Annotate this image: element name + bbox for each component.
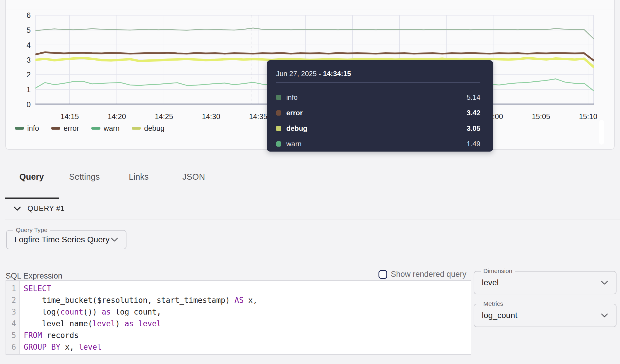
chart-tooltip: Jun 27, 2025 - 14:34:15 info5.14error3.4… xyxy=(267,60,493,152)
tooltip-series-label: error xyxy=(286,109,467,117)
tooltip-swatch xyxy=(276,95,281,100)
x-tick-label: 14:25 xyxy=(146,112,181,121)
show-rendered-query-label: Show rendered query xyxy=(391,270,466,279)
query-type-select[interactable]: Query Type Logfire Time Series Query xyxy=(6,230,126,249)
tooltip-series-value: 3.05 xyxy=(467,124,480,133)
scrollbar-thumb[interactable] xyxy=(599,120,604,145)
legend-label: info xyxy=(27,124,39,133)
chart-legend: infoerrorwarndebug xyxy=(15,124,177,132)
tooltip-series-label: warn xyxy=(286,140,467,148)
line-number: 5 xyxy=(6,329,16,341)
x-tick-label: 15:10 xyxy=(571,112,606,121)
legend-swatch xyxy=(51,127,60,130)
tooltip-date: Jun 27, 2025 xyxy=(276,70,317,78)
chevron-down-icon xyxy=(111,237,118,242)
code-line: SELECT xyxy=(24,283,257,294)
show-rendered-query-checkbox[interactable] xyxy=(378,270,387,279)
metric-panel-page: 6543210 14:1514:2014:2514:3014:3514:4014… xyxy=(0,0,620,364)
legend-item-debug[interactable]: debug xyxy=(132,124,165,133)
tab-settings[interactable]: Settings xyxy=(69,172,100,182)
tabs-divider xyxy=(5,199,620,199)
tooltip-series-value: 1.49 xyxy=(467,140,480,148)
tooltip-row-info: info5.14 xyxy=(276,90,480,105)
legend-label: error xyxy=(64,124,79,133)
metrics-value: log_count xyxy=(482,311,517,320)
y-tick-label: 3 xyxy=(7,55,31,64)
tab-links[interactable]: Links xyxy=(129,172,149,182)
tooltip-series-value: 3.42 xyxy=(467,109,480,117)
x-tick-label: 15:05 xyxy=(523,112,559,121)
card-top-divider xyxy=(5,9,615,9)
legend-swatch xyxy=(132,127,141,130)
tooltip-series-label: debug xyxy=(286,124,467,133)
y-tick-label: 4 xyxy=(7,40,31,49)
series-line-info xyxy=(35,28,594,39)
tooltip-separator: - xyxy=(317,70,323,78)
chevron-down-icon xyxy=(601,280,608,285)
tooltip-swatch xyxy=(276,110,281,116)
legend-swatch xyxy=(15,127,24,130)
chevron-down-icon xyxy=(601,313,608,318)
line-number: 3 xyxy=(6,306,16,318)
code-line: log(count()) as log_count, xyxy=(24,306,257,318)
line-number: 4 xyxy=(6,318,16,329)
show-rendered-query-option: Show rendered query xyxy=(378,270,466,279)
sql-expression-label: SQL Expression xyxy=(6,272,62,281)
y-tick-label: 6 xyxy=(7,11,31,20)
x-tick-label: 14:30 xyxy=(193,112,229,121)
query-type-value: Logfire Time Series Query xyxy=(14,235,109,244)
tooltip-divider xyxy=(276,83,480,83)
line-number: 6 xyxy=(6,341,16,353)
tab-query[interactable]: Query xyxy=(19,172,44,182)
code-line: FROM records xyxy=(24,329,257,341)
y-tick-label: 0 xyxy=(7,100,31,109)
tooltip-time: 14:34:15 xyxy=(323,70,351,78)
legend-item-info[interactable]: info xyxy=(15,124,39,133)
metrics-select[interactable]: Metrics log_count xyxy=(474,304,616,327)
dimension-label: Dimension xyxy=(481,267,515,274)
code-line: level_name(level) as level xyxy=(24,318,257,329)
query-section-header[interactable]: QUERY #1 xyxy=(13,204,65,213)
query-type-label: Query Type xyxy=(13,226,50,233)
tooltip-rows: info5.14error3.42debug3.05warn1.49 xyxy=(276,90,480,152)
sql-code[interactable]: SELECT time_bucket($resolution, start_ti… xyxy=(20,281,257,354)
metrics-label: Metrics xyxy=(481,300,506,307)
tab-bar: QuerySettingsLinksJSON xyxy=(0,172,620,186)
tooltip-series-label: info xyxy=(286,93,467,102)
legend-item-warn[interactable]: warn xyxy=(91,124,119,133)
x-tick-label: 14:20 xyxy=(99,112,134,121)
y-tick-label: 2 xyxy=(7,70,31,79)
legend-label: debug xyxy=(144,124,165,133)
y-tick-label: 1 xyxy=(7,85,31,94)
legend-item-error[interactable]: error xyxy=(51,124,79,133)
tooltip-swatch xyxy=(276,126,281,131)
tooltip-row-debug: debug3.05 xyxy=(276,121,480,136)
tooltip-row-error: error3.42 xyxy=(276,105,480,121)
line-number-gutter: 123456 xyxy=(6,281,20,354)
active-tab-underline xyxy=(5,198,59,199)
y-tick-label: 5 xyxy=(7,25,31,35)
tooltip-timestamp: Jun 27, 2025 - 14:34:15 xyxy=(276,60,480,78)
x-tick-label: 14:15 xyxy=(52,112,87,121)
code-line: time_bucket($resolution, start_timestamp… xyxy=(24,294,257,306)
chevron-down-icon[interactable] xyxy=(13,206,21,211)
tooltip-row-warn: warn1.49 xyxy=(276,136,480,152)
line-number: 2 xyxy=(6,294,16,306)
sql-code-editor[interactable]: 123456 SELECT time_bucket($resolution, s… xyxy=(6,280,471,355)
tab-json[interactable]: JSON xyxy=(182,172,205,182)
legend-swatch xyxy=(91,127,100,130)
code-line: GROUP BY x, level xyxy=(24,341,257,353)
dimension-value: level xyxy=(482,278,499,287)
query-section-divider xyxy=(5,219,620,219)
tooltip-swatch xyxy=(276,141,281,147)
line-number: 1 xyxy=(6,283,16,294)
dimension-select[interactable]: Dimension level xyxy=(474,271,616,294)
query-section-title: QUERY #1 xyxy=(28,204,65,213)
tooltip-series-value: 5.14 xyxy=(467,93,480,102)
legend-label: warn xyxy=(104,124,119,133)
